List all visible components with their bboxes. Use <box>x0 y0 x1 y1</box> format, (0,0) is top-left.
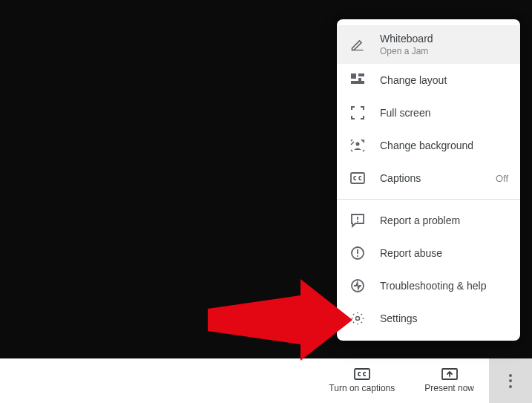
menu-item-sublabel: Open a Jam <box>380 46 508 56</box>
menu-item-whiteboard[interactable]: Whiteboard Open a Jam <box>337 25 520 64</box>
svg-rect-0 <box>351 73 356 79</box>
svg-point-7 <box>357 221 358 223</box>
background-icon <box>349 137 367 154</box>
menu-item-label: Captions <box>380 172 496 185</box>
menu-item-label: Report abuse <box>380 247 508 260</box>
menu-item-change-background[interactable]: Change background <box>337 129 520 162</box>
bottom-action-label: Turn on captions <box>329 383 395 393</box>
present-icon <box>441 368 458 380</box>
turn-on-captions-button[interactable]: Turn on captions <box>314 358 410 403</box>
menu-item-label: Report a problem <box>380 214 508 227</box>
menu-item-label: Full screen <box>380 107 508 119</box>
captions-icon <box>349 169 367 187</box>
menu-item-label: Change background <box>380 140 508 152</box>
feedback-icon <box>349 212 367 229</box>
menu-item-right-text: Off <box>496 173 508 184</box>
menu-item-label: Settings <box>380 312 508 325</box>
bottom-action-label: Present now <box>424 383 474 393</box>
present-now-button[interactable]: Present now <box>410 358 489 403</box>
bottom-bar: Turn on captions Present now <box>0 358 532 403</box>
menu-item-label: Whiteboard <box>380 33 508 45</box>
layout-icon <box>349 71 367 89</box>
svg-rect-2 <box>358 78 361 81</box>
menu-item-captions[interactable]: Captions Off <box>337 162 520 194</box>
svg-rect-1 <box>358 73 364 76</box>
svg-point-12 <box>356 317 360 321</box>
menu-item-troubleshooting[interactable]: Troubleshooting & help <box>337 269 520 302</box>
alert-icon <box>349 244 367 262</box>
menu-item-label: Change layout <box>380 74 508 87</box>
pencil-icon <box>349 36 367 53</box>
fullscreen-icon <box>349 104 367 122</box>
svg-point-10 <box>357 255 358 257</box>
svg-rect-14 <box>355 369 370 379</box>
menu-item-report-abuse[interactable]: Report abuse <box>337 237 520 269</box>
menu-item-full-screen[interactable]: Full screen <box>337 96 520 129</box>
captions-icon <box>354 368 370 380</box>
svg-rect-3 <box>351 81 364 84</box>
more-options-menu: Whiteboard Open a Jam Change layout Full… <box>337 19 520 341</box>
gear-icon <box>349 309 367 327</box>
more-vertical-icon <box>509 374 512 388</box>
menu-item-report-problem[interactable]: Report a problem <box>337 204 520 237</box>
svg-point-4 <box>356 142 360 146</box>
menu-divider <box>337 199 520 200</box>
menu-item-change-layout[interactable]: Change layout <box>337 64 520 96</box>
menu-item-settings[interactable]: Settings <box>337 302 520 335</box>
activity-icon <box>349 277 367 295</box>
more-options-button[interactable] <box>489 358 532 403</box>
svg-rect-5 <box>351 173 364 183</box>
menu-item-label: Troubleshooting & help <box>380 280 508 292</box>
